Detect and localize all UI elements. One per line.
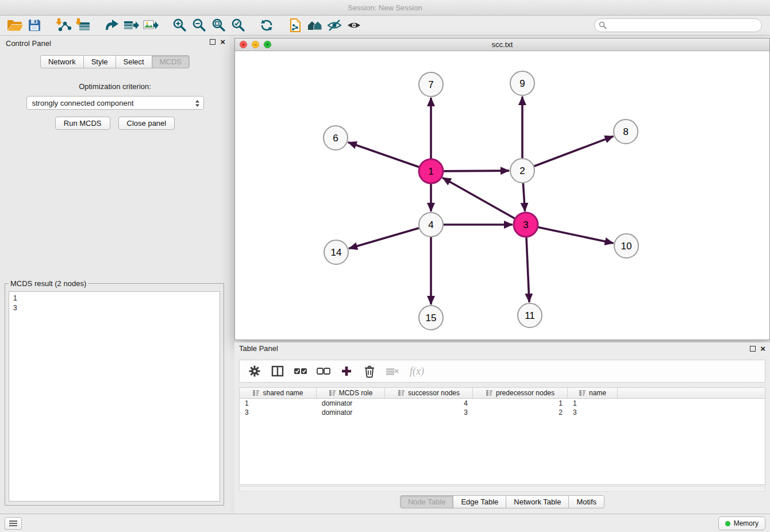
column-label: predecessor nodes [496,389,555,397]
edge-2-8[interactable] [534,136,614,166]
show-all-icon [346,18,362,33]
memory-button[interactable]: Memory [718,516,765,530]
open-session-button[interactable] [6,17,24,34]
save-session-button[interactable] [25,17,44,34]
column-header-shared-name[interactable]: shared name [240,388,317,398]
edge-2-3[interactable] [523,183,525,211]
first-neighbors-icon [306,18,324,33]
table-cell[interactable]: 1 [568,399,618,408]
columns-button[interactable] [268,362,287,380]
column-header-predecessor-nodes[interactable]: predecessor nodes [473,388,568,398]
import-network-button[interactable] [54,17,72,34]
sort-icon [398,390,405,396]
table-cell[interactable]: 4 [385,399,473,408]
zoom-out-button[interactable] [190,17,208,34]
add-row-button[interactable] [337,362,356,380]
import-table-button[interactable] [74,17,92,34]
table-cell[interactable]: 1 [473,399,568,408]
close-panel-button[interactable]: Close panel [118,117,175,130]
show-all-button[interactable] [345,17,363,34]
close-window-icon[interactable]: × [240,41,247,48]
run-mcds-button[interactable]: Run MCDS [55,117,110,130]
maximize-window-icon[interactable]: + [264,41,271,48]
tab-node-table[interactable]: Node Table [400,495,454,508]
criterion-dropdown[interactable]: strongly connected component [26,96,204,110]
table-horizontal-scrollbar[interactable] [239,486,765,492]
tab-motifs[interactable]: Motifs [568,495,605,508]
export-network-button[interactable] [102,17,121,34]
column-header-MCDS-role[interactable]: MCDS role [317,388,385,398]
float-panel-icon[interactable] [210,39,215,45]
network-window-titlebar[interactable]: × − + scc.txt [235,38,769,51]
tab-network-table[interactable]: Network Table [506,495,569,508]
panel-menu-button[interactable] [5,517,22,530]
tab-edge-table[interactable]: Edge Table [453,495,506,508]
zoom-in-icon [172,18,187,33]
zoom-fit-button[interactable] [209,17,228,34]
control-panel-title: Control Panel [6,39,51,48]
edge-1-6[interactable] [348,142,419,167]
table-cell[interactable]: 1 [240,399,317,408]
zoom-selected-button[interactable] [229,17,247,34]
first-neighbors-button[interactable] [306,17,324,34]
select-all-button[interactable] [291,362,310,380]
zoom-in-button[interactable] [170,17,188,34]
sort-icon [252,390,260,396]
deselect-all-button[interactable] [314,362,333,380]
delete-row-button[interactable] [360,362,379,380]
node-label-7: 7 [428,79,433,90]
edge-3-10[interactable] [538,228,614,244]
table-cell[interactable]: 3 [240,408,317,417]
minimize-window-icon[interactable]: − [252,41,259,48]
tab-select[interactable]: Select [116,55,152,68]
table-cell[interactable]: 3 [568,408,618,417]
mcds-result-text[interactable]: 1 3 [9,291,220,502]
close-table-panel-icon[interactable]: × [760,346,765,352]
network-canvas[interactable]: 7968124314101511 [235,51,769,340]
window-titlebar: Session: New Session [0,0,770,16]
window-title: Session: New Session [348,3,422,12]
column-header-name[interactable]: name [568,388,618,398]
panel-splitter[interactable] [230,36,234,514]
edge-4-14[interactable] [349,228,419,249]
export-image-button[interactable] [141,17,160,34]
hide-selected-button[interactable] [325,17,344,34]
table-row[interactable]: 1dominator411 [240,399,765,408]
app-window: Session: New Session Control Panel × Net… [0,0,770,532]
table-cell[interactable]: dominator [317,399,385,408]
node-label-11: 11 [525,310,535,321]
table-row[interactable]: 3dominator323 [240,408,765,417]
table-header-row: shared nameMCDS rolesuccessor nodesprede… [240,388,765,399]
refresh-button[interactable] [257,17,276,34]
mcds-result-title: MCDS result (2 nodes) [9,279,88,288]
export-table-icon [123,18,139,33]
optimization-criterion-label: Optimization criterion: [0,82,230,91]
import-network-icon [55,18,71,33]
delete-table-icon [385,364,400,378]
export-table-button[interactable] [122,17,140,34]
delete-table-button[interactable] [383,362,402,380]
edge-1-2[interactable] [444,171,509,171]
toolbar-group [257,17,276,34]
tab-mcds[interactable]: MCDS [152,55,190,68]
zoom-out-icon [191,18,206,33]
settings-button[interactable] [245,362,264,380]
delete-row-icon [363,364,376,378]
node-label-4: 4 [428,219,433,230]
search-input[interactable] [594,18,762,32]
function-builder-icon[interactable]: f(x) [410,365,424,377]
tab-network[interactable]: Network [40,55,84,68]
table-cell[interactable]: 2 [473,408,568,417]
copy-view-button[interactable] [286,17,305,34]
select-all-icon [293,364,308,378]
menu-list-icon [9,520,18,527]
node-label-14: 14 [331,247,342,258]
edge-3-1[interactable] [442,178,515,218]
table-cell[interactable]: 3 [385,408,473,417]
tab-style[interactable]: Style [83,55,116,68]
column-header-successor-nodes[interactable]: successor nodes [385,388,473,398]
table-cell[interactable]: dominator [317,408,385,417]
edge-3-11[interactable] [526,237,529,302]
float-table-panel-icon[interactable] [750,346,756,352]
close-panel-icon[interactable]: × [220,39,225,45]
